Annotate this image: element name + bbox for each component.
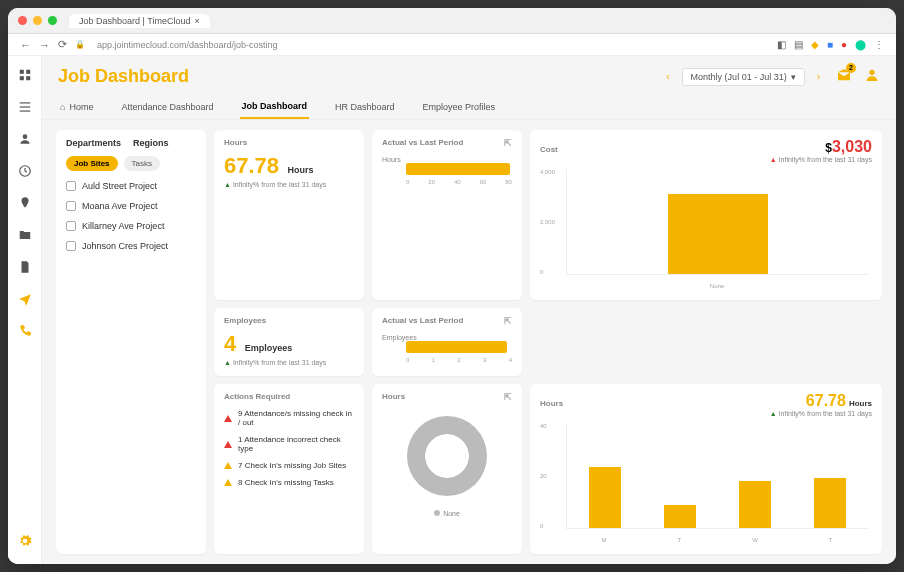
expand-icon[interactable]: ⇱ xyxy=(504,138,512,148)
action-item[interactable]: 8 Check In's missing Tasks xyxy=(224,478,354,487)
close-tab-icon[interactable]: × xyxy=(194,16,199,26)
ext-icon[interactable]: ● xyxy=(841,39,847,50)
notifications-button[interactable]: 2 xyxy=(836,67,852,87)
checkbox-icon[interactable] xyxy=(66,221,76,231)
reload-button[interactable]: ⟳ xyxy=(58,38,67,51)
cost-card: Cost $3,030 ▲ Infinity% from the last 31… xyxy=(530,130,882,300)
grid-icon[interactable] xyxy=(18,68,32,86)
period-dropdown[interactable]: Monthly (Jul 01 - Jul 31) ▾ xyxy=(682,68,805,86)
list-item[interactable]: Auld Street Project xyxy=(66,181,196,191)
svg-point-9 xyxy=(869,69,874,74)
user-menu[interactable] xyxy=(864,67,880,87)
page-title: Job Dashboard xyxy=(58,66,662,87)
folder-icon[interactable] xyxy=(18,228,32,246)
browser-window: Job Dashboard | TimeCloud × ← → ⟳ 🔒 app.… xyxy=(8,8,896,564)
address-bar: ← → ⟳ 🔒 app.jointimecloud.com/dashboard/… xyxy=(8,34,896,56)
tab-title: Job Dashboard | TimeCloud xyxy=(79,16,190,26)
ext-icon[interactable]: ◧ xyxy=(777,39,786,50)
expand-icon[interactable]: ⇱ xyxy=(504,316,512,326)
card-label: Hours xyxy=(224,138,354,147)
chevron-down-icon: ▾ xyxy=(791,72,796,82)
legend: None xyxy=(382,510,512,517)
notif-badge: 2 xyxy=(846,63,856,73)
trend-up-icon: ▲ xyxy=(770,410,777,417)
svg-rect-0 xyxy=(19,70,23,74)
card-label: Employees xyxy=(224,316,354,325)
cost-chart: 4,0002,0000 None xyxy=(540,169,872,289)
url-field[interactable]: app.jointimecloud.com/dashboard/job-cost… xyxy=(97,40,769,50)
trend-up-icon: ▲ xyxy=(770,156,777,163)
ext-icon[interactable]: ■ xyxy=(827,39,833,50)
hours-value: 67.78 xyxy=(224,153,279,179)
alert-icon xyxy=(224,441,232,448)
maximize-icon[interactable] xyxy=(48,16,57,25)
tab-attendance[interactable]: Attendance Dashboard xyxy=(119,95,215,119)
prev-period-button[interactable]: ‹ xyxy=(662,71,673,82)
filter-tab-regions[interactable]: Regions xyxy=(133,138,169,148)
nav-tabs: ⌂Home Attendance Dashboard Job Dashboard… xyxy=(42,91,896,120)
list-item[interactable]: Moana Ave Project xyxy=(66,201,196,211)
ext-icon[interactable]: ▤ xyxy=(794,39,803,50)
forward-button[interactable]: → xyxy=(39,39,50,51)
trend-up-icon: ▲ xyxy=(224,359,231,366)
close-icon[interactable] xyxy=(18,16,27,25)
hours-value: 67.78Hours xyxy=(806,392,872,410)
next-period-button[interactable]: › xyxy=(813,71,824,82)
tab-profiles[interactable]: Employee Profiles xyxy=(421,95,498,119)
pill-jobsites[interactable]: Job Sites xyxy=(66,156,118,171)
bar xyxy=(814,478,846,528)
action-item[interactable]: 9 Attendance/s missing check in / out xyxy=(224,409,354,427)
filter-tab-departments[interactable]: Departments xyxy=(66,138,121,148)
action-item[interactable]: 1 Attendance incorrect check type xyxy=(224,435,354,453)
svg-rect-1 xyxy=(26,70,30,74)
clock-icon[interactable] xyxy=(18,164,32,182)
bar xyxy=(668,194,768,274)
minimize-icon[interactable] xyxy=(33,16,42,25)
list-item[interactable]: Killarney Ave Project xyxy=(66,221,196,231)
cost-value: $3,030 xyxy=(825,138,872,156)
ext-icon[interactable]: ⬤ xyxy=(855,39,866,50)
filter-panel: Departments Regions Job Sites Tasks Auld… xyxy=(56,130,206,554)
pill-tasks[interactable]: Tasks xyxy=(124,156,160,171)
gear-icon[interactable] xyxy=(18,534,32,552)
document-icon[interactable] xyxy=(18,260,32,278)
actual-hours-card: Actual vs Last Period⇱ Hours 020406080 xyxy=(372,130,522,300)
users-icon[interactable] xyxy=(18,132,32,150)
svg-rect-6 xyxy=(19,111,30,112)
pin-icon[interactable] xyxy=(18,196,32,214)
browser-tab-bar: Job Dashboard | TimeCloud × xyxy=(8,8,896,34)
tab-hr[interactable]: HR Dashboard xyxy=(333,95,397,119)
tab-home[interactable]: ⌂Home xyxy=(58,95,95,119)
browser-toolbar: ◧ ▤ ◆ ■ ● ⬤ ⋮ xyxy=(777,39,884,50)
checkbox-icon[interactable] xyxy=(66,201,76,211)
employees-stat-card: Employees 4 Employees ▲ Infinity% from t… xyxy=(214,308,364,377)
action-item[interactable]: 7 Check In's missing Job Sites xyxy=(224,461,354,470)
svg-rect-3 xyxy=(26,76,30,80)
bar xyxy=(739,481,771,528)
expand-icon[interactable]: ⇱ xyxy=(504,392,512,402)
checkbox-icon[interactable] xyxy=(66,181,76,191)
employees-value: 4 xyxy=(224,331,236,357)
list-icon[interactable] xyxy=(18,100,32,118)
plane-icon[interactable] xyxy=(18,292,32,310)
list-item[interactable]: Johnson Cres Project xyxy=(66,241,196,251)
legend-swatch xyxy=(434,510,440,516)
bar xyxy=(589,467,621,528)
sidebar-nav xyxy=(8,56,42,564)
back-button[interactable]: ← xyxy=(20,39,31,51)
phone-icon[interactable] xyxy=(18,324,32,342)
ext-icon[interactable]: ◆ xyxy=(811,39,819,50)
tab-job[interactable]: Job Dashboard xyxy=(240,95,310,119)
browser-tab[interactable]: Job Dashboard | TimeCloud × xyxy=(69,14,210,28)
menu-icon[interactable]: ⋮ xyxy=(874,39,884,50)
window-controls[interactable] xyxy=(18,16,57,25)
lock-icon: 🔒 xyxy=(75,40,85,49)
svg-point-7 xyxy=(22,134,27,139)
warning-icon xyxy=(224,479,232,486)
hours-chart-card: Hours 67.78Hours ▲ Infinity% from the la… xyxy=(530,384,882,554)
warning-icon xyxy=(224,462,232,469)
donut-chart xyxy=(407,416,487,496)
bar xyxy=(406,163,510,175)
bar xyxy=(406,341,507,353)
checkbox-icon[interactable] xyxy=(66,241,76,251)
